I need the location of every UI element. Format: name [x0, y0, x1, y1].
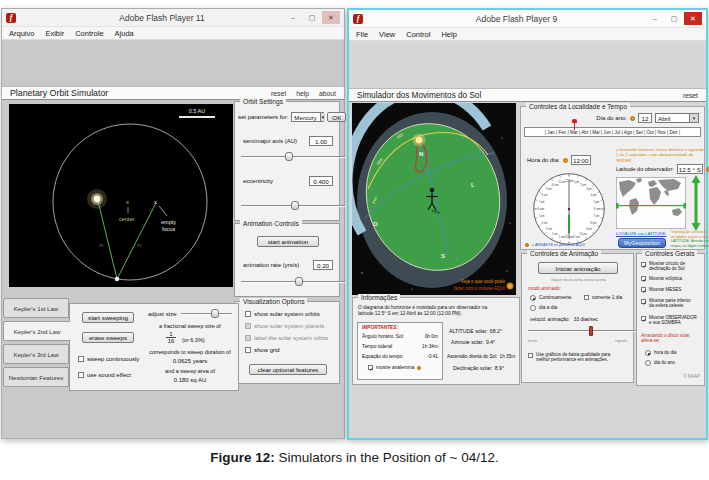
- about-link[interactable]: about: [319, 90, 336, 97]
- right-ascension-value: 1h 35m: [500, 354, 516, 359]
- minimize-button[interactable]: –: [646, 12, 664, 25]
- time-of-day-input[interactable]: [571, 155, 591, 165]
- tab-keplers-3rd-law[interactable]: Kepler's 3rd Law: [3, 344, 69, 364]
- day-by-day-radio[interactable]: [530, 305, 536, 311]
- mouse-hint-line1: Veja o que você pode: [461, 279, 506, 284]
- menu-exibir[interactable]: Exibir: [45, 29, 64, 38]
- day-of-year-radio[interactable]: [645, 360, 651, 366]
- show-orbits-checkbox[interactable]: [245, 311, 251, 317]
- latitude-line-handle-left[interactable]: [616, 203, 619, 209]
- slider-thumb[interactable]: [285, 152, 293, 161]
- latitude-arrow[interactable]: [690, 175, 702, 231]
- svg-text:4 pm: 4 pm: [591, 193, 597, 197]
- continuous-radio[interactable]: [530, 295, 536, 301]
- sweep-continuously-checkbox[interactable]: [78, 356, 84, 362]
- latitude-line[interactable]: [616, 205, 686, 206]
- planet-dot[interactable]: [115, 277, 119, 281]
- importantes-box: IMPORTANTES: Ângulo horário, Sol: 0h 0m …: [357, 322, 443, 380]
- show-ecliptic-checkbox[interactable]: [641, 276, 646, 281]
- menu-arquivo[interactable]: Arquivo: [9, 29, 34, 38]
- reset-link[interactable]: reset: [271, 90, 286, 97]
- svg-text:6 pm: 6 pm: [594, 207, 601, 211]
- show-analemma-checkbox[interactable]: [368, 365, 373, 370]
- speed-slider[interactable]: [528, 326, 639, 335]
- day-of-year-input[interactable]: [638, 113, 652, 123]
- sweep-continuously-label: sweep continuously: [87, 356, 139, 362]
- month-pin-marker[interactable]: [570, 119, 578, 130]
- mygeoposition-button[interactable]: MyGeoposition: [618, 238, 666, 248]
- menu-help[interactable]: Help: [441, 30, 456, 39]
- show-grid-checkbox[interactable]: [245, 347, 251, 353]
- clear-features-button[interactable]: clear optional features: [249, 364, 327, 375]
- show-lower-sphere-checkbox[interactable]: [641, 299, 646, 304]
- slider-thumb[interactable]: [295, 277, 303, 286]
- locate-latitude-link[interactable]: LOCALIZE sua LATITUDE:: [616, 231, 666, 236]
- slider-thumb[interactable]: [291, 201, 299, 210]
- world-map[interactable]: [616, 177, 686, 229]
- eccentricity-slider[interactable]: [241, 201, 345, 210]
- use-sound-checkbox[interactable]: [78, 372, 84, 378]
- close-button[interactable]: ✕: [322, 11, 340, 24]
- titlebar[interactable]: f Adobe Flash Player 11 – ▢ ✕: [2, 9, 344, 27]
- show-months-checkbox[interactable]: [641, 287, 646, 292]
- menu-controle[interactable]: Controle: [75, 29, 103, 38]
- slider-thumb[interactable]: [211, 309, 219, 318]
- latitude-line-handle-right[interactable]: [683, 203, 686, 209]
- titlebar[interactable]: f Adobe Flash Player 9 – ▢ ✕: [349, 10, 706, 28]
- menu-control[interactable]: Control: [406, 30, 430, 39]
- planet-select[interactable]: Mercury ▼: [291, 112, 324, 122]
- orbit-plot[interactable]: 0.5 AU x center x empty focus r₁ r₂: [9, 104, 233, 287]
- maximize-button[interactable]: ▢: [303, 11, 321, 24]
- keyboard-hint-icon: [563, 158, 568, 163]
- scale-label: 0.5 AU: [189, 108, 206, 114]
- clock[interactable]: 12 pm1 pm2 pm3 pm4 pm5 pm6 pm7 pm8 pm9 p…: [530, 170, 608, 248]
- show-planets-label: show solar system planets: [254, 323, 324, 329]
- latitude-input[interactable]: [677, 164, 703, 174]
- label-orbits-label: label the solar system orbits: [254, 335, 328, 341]
- animation-rate-slider[interactable]: [241, 277, 345, 286]
- sky-view[interactable]: N L S O Fev Mar Abr Veja o que você pode…: [352, 103, 516, 295]
- start-animation-button[interactable]: Iniciar animação: [538, 262, 618, 274]
- slider-thumb[interactable]: [589, 326, 593, 336]
- adjust-size-slider[interactable]: [181, 309, 232, 318]
- help-link[interactable]: help: [296, 90, 309, 97]
- show-observer-checkbox[interactable]: [641, 316, 646, 321]
- start-animation-button[interactable]: start animation: [257, 236, 319, 247]
- label-orbits-checkbox[interactable]: [245, 335, 251, 341]
- menubar: File View Control Help: [349, 28, 706, 41]
- only-one-day-checkbox[interactable]: [584, 295, 589, 300]
- declination-circle-line2: declinação do Sol: [649, 266, 685, 271]
- use-sound-label: use sound effect: [87, 372, 131, 378]
- equation-of-time-value: -0:41: [427, 354, 438, 360]
- minimize-button[interactable]: –: [284, 11, 302, 24]
- time-of-day-radio[interactable]: [645, 350, 651, 356]
- hour-angle-label: Ângulo horário, Sol:: [362, 334, 404, 340]
- tab-keplers-1st-law[interactable]: Kepler's 1st Law: [3, 298, 69, 318]
- months-strip[interactable]: | Jan | Fev | Mar | Abr | Mai | Jun | Ju…: [524, 127, 701, 137]
- menu-ajuda[interactable]: Ajuda: [115, 29, 134, 38]
- semimajor-slider[interactable]: [241, 152, 345, 161]
- animation-rate-input[interactable]: [313, 260, 333, 270]
- reset-link[interactable]: reset: [683, 92, 698, 99]
- close-button[interactable]: ✕: [684, 12, 702, 25]
- eccentricity-input[interactable]: [309, 176, 333, 186]
- set-parameters-label: set parameters for:: [238, 114, 288, 120]
- show-declination-circle-checkbox[interactable]: [641, 262, 646, 267]
- tab-keplers-2nd-law[interactable]: Kepler's 2nd Law: [3, 321, 71, 341]
- maximize-button[interactable]: ▢: [665, 12, 683, 25]
- menu-file[interactable]: File: [356, 30, 368, 39]
- month-select[interactable]: Abril ▼: [655, 113, 699, 123]
- importantes-label: IMPORTANTES:: [362, 325, 442, 331]
- declination-circle-line1: Mostrar círculo de: [649, 261, 685, 266]
- semimajor-input[interactable]: [309, 136, 333, 146]
- start-sweeping-button[interactable]: start sweeping: [82, 312, 134, 323]
- ok-button[interactable]: OK: [327, 112, 346, 122]
- show-planets-checkbox[interactable]: [245, 323, 251, 329]
- sun-icon[interactable]: [415, 136, 423, 144]
- cardinal-west: O: [373, 221, 378, 227]
- menu-view[interactable]: View: [379, 30, 395, 39]
- low-quality-line1: Use gráficos de baixa qualidade para: [536, 352, 610, 357]
- tab-newtonian-features[interactable]: Newtonian Features: [3, 367, 69, 387]
- low-quality-checkbox[interactable]: [528, 353, 533, 358]
- erase-sweeps-button[interactable]: erase sweeps: [82, 332, 134, 343]
